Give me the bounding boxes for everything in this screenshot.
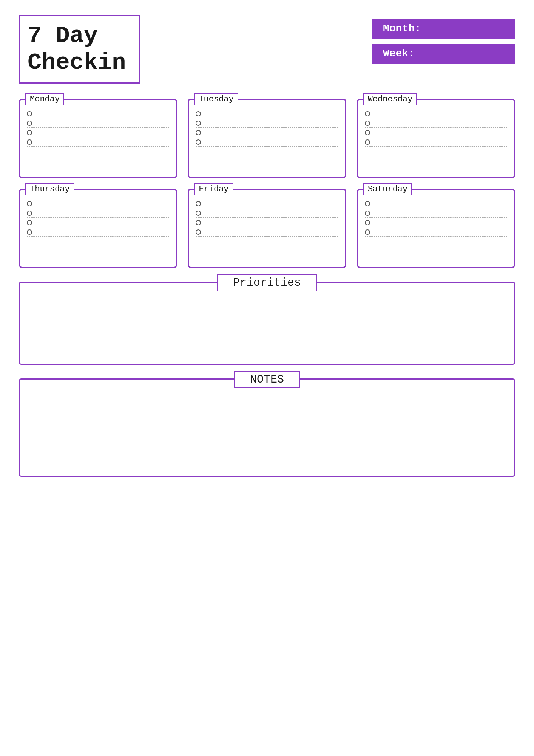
day-card-tuesday: Tuesday [188, 99, 346, 178]
checkbox-circle[interactable] [365, 211, 370, 216]
checkbox-circle[interactable] [27, 139, 32, 145]
day-card-wednesday: Wednesday [357, 99, 515, 178]
check-line [35, 222, 169, 223]
notes-box[interactable] [19, 378, 515, 477]
checkbox-circle[interactable] [196, 229, 201, 235]
checkbox-circle[interactable] [27, 130, 32, 135]
header: 7 Day Checkin Month: Week: [19, 15, 515, 84]
checkbox-circle[interactable] [27, 121, 32, 126]
checklist [365, 201, 507, 239]
checkbox-circle[interactable] [196, 130, 201, 135]
days-grid: MondayTuesdayWednesdayThursdayFridaySatu… [19, 99, 515, 268]
check-line [204, 123, 338, 123]
priorities-label: Priorities [217, 274, 317, 291]
checklist [27, 111, 169, 149]
check-item[interactable] [27, 229, 169, 237]
checkbox-circle[interactable] [196, 121, 201, 126]
day-card-friday: Friday [188, 189, 346, 268]
check-item[interactable] [196, 121, 338, 128]
priorities-box[interactable] [19, 282, 515, 365]
check-item[interactable] [196, 211, 338, 218]
checklist [365, 111, 507, 149]
check-item[interactable] [27, 111, 169, 118]
checklist [196, 111, 338, 149]
check-item[interactable] [27, 130, 169, 137]
check-item[interactable] [365, 220, 507, 227]
month-label: Month: [372, 19, 515, 39]
check-line [35, 123, 169, 123]
check-line [373, 123, 507, 123]
checkbox-circle[interactable] [27, 211, 32, 216]
check-item[interactable] [365, 130, 507, 137]
check-line [35, 213, 169, 213]
notes-section: NOTES [19, 378, 515, 477]
check-line [373, 142, 507, 142]
checkbox-circle[interactable] [196, 220, 201, 225]
check-item[interactable] [196, 201, 338, 208]
check-item[interactable] [365, 139, 507, 147]
meta-section: Month: Week: [372, 19, 515, 64]
week-label: Week: [372, 44, 515, 64]
check-item[interactable] [196, 130, 338, 137]
check-item[interactable] [365, 211, 507, 218]
check-item[interactable] [365, 229, 507, 237]
checklist [27, 201, 169, 239]
check-line [35, 113, 169, 114]
day-label: Monday [25, 93, 64, 105]
checkbox-circle[interactable] [365, 139, 370, 145]
check-line [373, 213, 507, 213]
day-label: Friday [194, 183, 233, 195]
check-line [35, 142, 169, 142]
checklist [196, 201, 338, 239]
check-line [373, 203, 507, 204]
checkbox-circle[interactable] [196, 111, 201, 116]
checkbox-circle[interactable] [196, 201, 201, 206]
checkbox-circle[interactable] [196, 211, 201, 216]
check-line [204, 113, 338, 114]
priorities-section: Priorities [19, 282, 515, 365]
check-line [373, 232, 507, 232]
day-card-thursday: Thursday [19, 189, 177, 268]
check-item[interactable] [27, 211, 169, 218]
check-item[interactable] [196, 139, 338, 147]
check-item[interactable] [365, 111, 507, 118]
check-line [204, 132, 338, 133]
check-line [35, 132, 169, 133]
check-line [204, 222, 338, 223]
check-item[interactable] [27, 121, 169, 128]
checkbox-circle[interactable] [27, 229, 32, 235]
day-label: Wednesday [363, 93, 417, 105]
check-item[interactable] [196, 220, 338, 227]
check-line [373, 132, 507, 133]
check-line [204, 213, 338, 213]
checkbox-circle[interactable] [27, 111, 32, 116]
day-label: Tuesday [194, 93, 238, 105]
checkbox-circle[interactable] [27, 220, 32, 225]
check-line [204, 142, 338, 142]
checkbox-circle[interactable] [365, 121, 370, 126]
check-line [35, 232, 169, 232]
check-item[interactable] [27, 220, 169, 227]
check-item[interactable] [365, 201, 507, 208]
app-title: 7 Day Checkin [28, 22, 126, 76]
checkbox-circle[interactable] [27, 201, 32, 206]
checkbox-circle[interactable] [196, 139, 201, 145]
day-label: Thursday [25, 183, 74, 195]
title-box: 7 Day Checkin [19, 15, 140, 84]
checkbox-circle[interactable] [365, 130, 370, 135]
checkbox-circle[interactable] [365, 220, 370, 225]
day-card-monday: Monday [19, 99, 177, 178]
check-item[interactable] [196, 229, 338, 237]
checkbox-circle[interactable] [365, 229, 370, 235]
checkbox-circle[interactable] [365, 201, 370, 206]
check-item[interactable] [365, 121, 507, 128]
check-line [373, 113, 507, 114]
day-card-saturday: Saturday [357, 189, 515, 268]
notes-label: NOTES [234, 371, 300, 388]
check-item[interactable] [27, 201, 169, 208]
check-item[interactable] [27, 139, 169, 147]
check-item[interactable] [196, 111, 338, 118]
check-line [204, 232, 338, 232]
check-line [204, 203, 338, 204]
checkbox-circle[interactable] [365, 111, 370, 116]
